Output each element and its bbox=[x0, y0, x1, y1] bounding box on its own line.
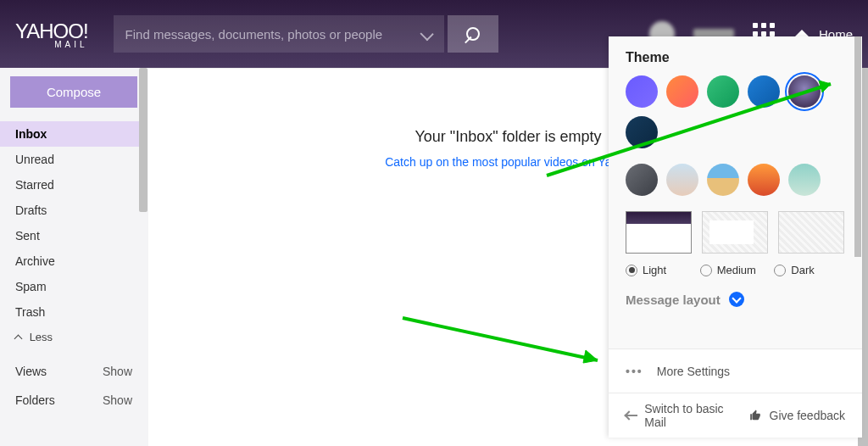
thumb-up-icon bbox=[749, 410, 761, 421]
less-toggle[interactable]: Less bbox=[0, 325, 147, 349]
yahoo-mail-logo[interactable]: YAHOO! MAIL bbox=[15, 20, 88, 49]
svg-line-10 bbox=[403, 318, 598, 360]
folder-archive[interactable]: Archive bbox=[0, 248, 147, 274]
theme-header: Theme bbox=[626, 50, 845, 65]
search-button[interactable] bbox=[448, 15, 498, 53]
less-label: Less bbox=[30, 331, 53, 343]
message-layout-toggle[interactable]: Message layout bbox=[626, 292, 845, 307]
settings-footer: ••• More Settings Switch to basic Mail G… bbox=[609, 348, 862, 438]
switch-basic-button[interactable]: Switch to basic Mail bbox=[626, 402, 736, 429]
folder-list: Inbox Unread Starred Drafts Sent Archive… bbox=[0, 121, 147, 325]
give-feedback-label: Give feedback bbox=[770, 409, 846, 422]
annotation-arrow-bottom bbox=[398, 314, 619, 373]
radio-dot-icon bbox=[700, 265, 712, 276]
chevron-up-icon bbox=[14, 335, 23, 343]
message-layout-label: Message layout bbox=[626, 293, 721, 307]
folders-show[interactable]: Show bbox=[103, 393, 132, 407]
search-icon bbox=[463, 25, 482, 44]
sidebar: Compose Inbox Unread Starred Drafts Sent… bbox=[0, 68, 148, 446]
folders-section: Folders Show bbox=[0, 378, 147, 407]
search bbox=[114, 15, 498, 53]
compose-button[interactable]: Compose bbox=[10, 76, 137, 108]
views-show[interactable]: Show bbox=[103, 365, 132, 378]
chevron-down-circle-icon bbox=[729, 292, 744, 307]
folders-label: Folders bbox=[15, 393, 55, 407]
logo-subtext: MAIL bbox=[54, 40, 87, 49]
theme-preview-medium[interactable] bbox=[702, 211, 768, 254]
folder-inbox[interactable]: Inbox bbox=[0, 121, 147, 147]
folder-drafts[interactable]: Drafts bbox=[0, 198, 147, 223]
mode-radios: LightMediumDark bbox=[626, 264, 845, 276]
radio-dot-icon bbox=[626, 265, 637, 276]
svg-marker-9 bbox=[819, 81, 831, 92]
give-feedback-button[interactable]: Give feedback bbox=[749, 409, 846, 422]
settings-footer-row: Switch to basic Mail Give feedback bbox=[609, 393, 862, 438]
more-settings-label: More Settings bbox=[657, 365, 730, 378]
folder-trash[interactable]: Trash bbox=[0, 299, 147, 325]
theme-preview-light[interactable] bbox=[626, 211, 692, 254]
folder-unread[interactable]: Unread bbox=[0, 147, 147, 172]
mode-radio-light[interactable]: Light bbox=[626, 264, 697, 276]
radio-dot-icon bbox=[774, 265, 786, 276]
theme-previews bbox=[626, 211, 845, 254]
svg-marker-11 bbox=[583, 350, 598, 363]
annotation-arrow-top bbox=[542, 72, 856, 182]
folder-starred[interactable]: Starred bbox=[0, 172, 147, 198]
svg-line-8 bbox=[547, 84, 831, 176]
theme-preview-dark[interactable] bbox=[778, 211, 844, 254]
sidebar-scrollbar[interactable] bbox=[139, 68, 147, 212]
more-settings-row[interactable]: ••• More Settings bbox=[609, 349, 862, 393]
search-box[interactable] bbox=[114, 15, 444, 53]
more-icon: ••• bbox=[626, 365, 643, 378]
arrow-left-icon bbox=[626, 410, 636, 421]
folder-spam[interactable]: Spam bbox=[0, 274, 147, 299]
mode-radio-medium[interactable]: Medium bbox=[700, 264, 771, 276]
search-input[interactable] bbox=[125, 27, 416, 42]
chevron-down-icon[interactable] bbox=[420, 27, 435, 42]
folder-sent[interactable]: Sent bbox=[0, 223, 147, 248]
views-label: Views bbox=[15, 365, 47, 378]
switch-basic-label: Switch to basic Mail bbox=[644, 402, 735, 429]
views-section: Views Show bbox=[0, 349, 147, 378]
mode-radio-dark[interactable]: Dark bbox=[774, 264, 845, 276]
